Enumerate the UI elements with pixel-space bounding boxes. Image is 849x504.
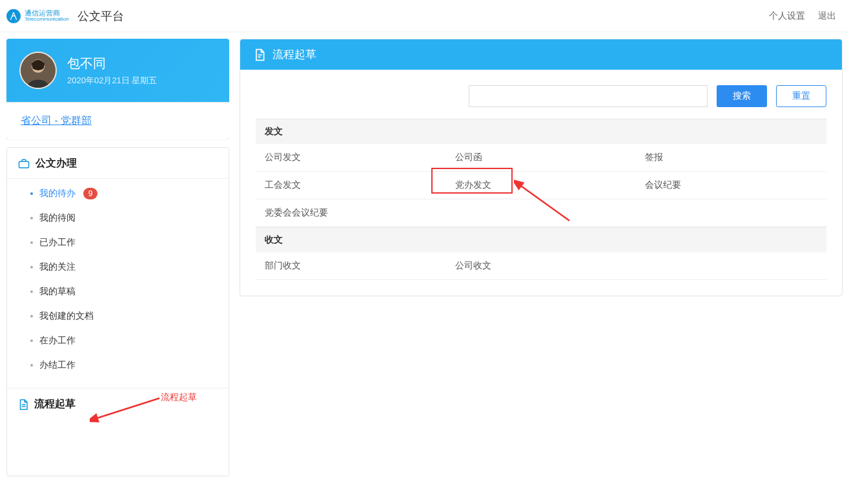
user-date: 2020年02月21日 星期五 bbox=[67, 75, 157, 86]
reset-button[interactable]: 重置 bbox=[776, 85, 826, 107]
logo-icon bbox=[6, 9, 21, 23]
nav-item[interactable]: 已办工作 bbox=[7, 230, 229, 255]
nav-panel: 公文办理 我的待办9我的待阅已办工作我的关注我的草稿我创建的文档在办工作办结工作… bbox=[6, 147, 229, 476]
main-header: 流程起草 bbox=[240, 39, 842, 70]
org-path[interactable]: 省公司 - 党群部 bbox=[21, 115, 92, 126]
search-button[interactable]: 搜索 bbox=[717, 85, 767, 107]
section-cell[interactable]: 公司发文 bbox=[256, 144, 446, 171]
nav-item-label: 我创建的文档 bbox=[39, 310, 94, 322]
nav-item[interactable]: 办结工作 bbox=[7, 353, 229, 378]
user-card: 包不同 2020年02月21日 星期五 省公司 - 党群部 bbox=[6, 39, 229, 139]
section-cell bbox=[636, 199, 826, 227]
section-header: 发文 bbox=[256, 119, 826, 144]
nav-section-docs: 公文办理 bbox=[7, 148, 229, 178]
sections: 发文公司发文公司函签报工会发文党办发文会议纪要党委会会议纪要收文部门收文公司收文 bbox=[240, 119, 842, 296]
nav-item-label: 我的待办 bbox=[39, 188, 76, 199]
section-cell[interactable]: 党办发文 bbox=[446, 172, 637, 199]
nav-list: 我的待办9我的待阅已办工作我的关注我的草稿我创建的文档在办工作办结工作 bbox=[7, 178, 229, 384]
section-row: 公司发文公司函签报 bbox=[256, 144, 826, 172]
nav-item-label: 我的关注 bbox=[39, 261, 76, 273]
section-cell bbox=[636, 252, 826, 279]
section-cell[interactable]: 公司函 bbox=[446, 144, 637, 171]
top-bar: 通信运营商 Telecommunication 公文平台 个人设置 退出 bbox=[0, 0, 849, 32]
document-edit-icon bbox=[253, 48, 266, 61]
nav-item[interactable]: 我的关注 bbox=[7, 255, 229, 279]
nav-item-label: 已办工作 bbox=[39, 237, 76, 248]
section-cell[interactable]: 工会发文 bbox=[256, 172, 446, 199]
briefcase-icon bbox=[17, 158, 30, 170]
nav-item-label: 我的待阅 bbox=[39, 212, 76, 224]
nav-section-draft[interactable]: 流程起草 bbox=[7, 388, 229, 419]
section-row: 党委会会议纪要 bbox=[256, 199, 826, 227]
nav-item[interactable]: 我的草稿 bbox=[7, 279, 229, 304]
logo-text-en: Telecommunication bbox=[25, 17, 68, 22]
nav-item-label: 我的草稿 bbox=[39, 286, 76, 297]
user-name: 包不同 bbox=[67, 55, 157, 72]
nav-item[interactable]: 在办工作 bbox=[7, 328, 229, 353]
main-panel: 流程起草 搜索 重置 发文公司发文公司函签报工会发文党办发文会议纪要党委会会议纪… bbox=[240, 39, 843, 296]
section-row: 部门收文公司收文 bbox=[256, 252, 826, 280]
app-title: 公文平台 bbox=[77, 8, 124, 24]
nav-item[interactable]: 我的待阅 bbox=[7, 206, 229, 230]
avatar bbox=[19, 52, 57, 89]
document-edit-icon bbox=[17, 398, 29, 411]
search-input[interactable] bbox=[469, 85, 708, 107]
svg-rect-2 bbox=[19, 161, 29, 168]
section-cell[interactable]: 签报 bbox=[636, 144, 826, 171]
badge: 9 bbox=[83, 188, 97, 199]
section-cell[interactable]: 会议纪要 bbox=[636, 172, 826, 199]
toolbar: 搜索 重置 bbox=[240, 70, 842, 119]
logout-link[interactable]: 退出 bbox=[818, 10, 836, 22]
nav-item[interactable]: 我的待办9 bbox=[7, 181, 229, 206]
section-cell[interactable]: 党委会会议纪要 bbox=[256, 199, 446, 227]
main-title: 流程起草 bbox=[272, 47, 316, 62]
section-cell bbox=[446, 199, 637, 227]
nav-item-label: 在办工作 bbox=[39, 335, 76, 347]
section-row: 工会发文党办发文会议纪要 bbox=[256, 172, 826, 199]
settings-link[interactable]: 个人设置 bbox=[769, 10, 805, 22]
section-header: 收文 bbox=[256, 227, 826, 252]
nav-section-draft-label: 流程起草 bbox=[34, 398, 76, 411]
section-cell[interactable]: 公司收文 bbox=[446, 252, 637, 279]
logo: 通信运营商 Telecommunication 公文平台 bbox=[6, 8, 124, 24]
nav-section-docs-label: 公文办理 bbox=[36, 157, 77, 170]
section-cell[interactable]: 部门收文 bbox=[256, 252, 446, 279]
nav-item-label: 办结工作 bbox=[39, 359, 76, 371]
nav-item[interactable]: 我创建的文档 bbox=[7, 304, 229, 328]
